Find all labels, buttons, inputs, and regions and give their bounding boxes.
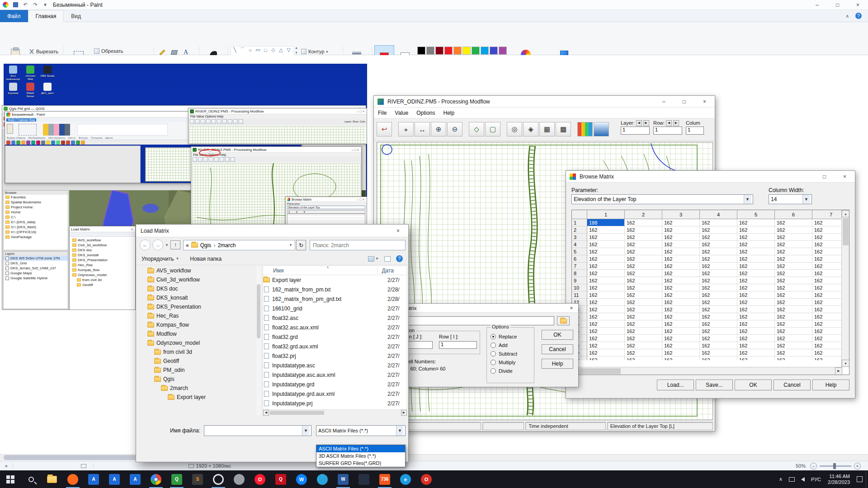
- assign-value-button[interactable]: +: [398, 122, 414, 136]
- folder-tree-item[interactable]: DKS_konsalt: [138, 293, 255, 302]
- browse-matrix-titlebar[interactable]: Browse Matrix □ ×: [566, 171, 855, 183]
- matrix-cell[interactable]: 162: [662, 255, 700, 263]
- diamond-grid-button[interactable]: ◈: [523, 122, 538, 136]
- matrix-cell[interactable]: 162: [700, 313, 737, 320]
- matrix-row-header[interactable]: 2: [572, 226, 587, 234]
- taskbar-item-qgis[interactable]: Q: [166, 470, 187, 488]
- matrix-cell[interactable]: 162: [662, 291, 700, 299]
- zoom-in-icon[interactable]: +: [854, 463, 861, 469]
- taskbar-item-telegram[interactable]: [312, 470, 333, 488]
- matrix-cell[interactable]: 162: [662, 219, 700, 226]
- taskbar-item-word[interactable]: W: [333, 470, 354, 488]
- matrix-row-header[interactable]: 8: [572, 270, 587, 277]
- palette-color[interactable]: [472, 47, 480, 55]
- mini-modflow1-menubar[interactable]: File Value Options Help: [189, 114, 367, 118]
- tree-scrollbar[interactable]: [256, 266, 261, 415]
- chevron-down-icon[interactable]: ▼: [744, 195, 751, 204]
- matrix-row-header[interactable]: 3: [572, 234, 587, 241]
- matrix-cell[interactable]: 162: [775, 248, 812, 255]
- undo-icon[interactable]: ↶: [22, 2, 28, 8]
- file-list-item[interactable]: 166100_grid2/27/: [263, 304, 406, 313]
- file-list-item[interactable]: Inputdatatype.prj2/27/: [263, 399, 406, 408]
- target-cell-button[interactable]: ◎: [507, 122, 522, 136]
- mini-load-matrix-titlebar[interactable]: Load Matrix×: [70, 226, 135, 232]
- matrix-cell[interactable]: 162: [625, 357, 662, 360]
- matrix-cell[interactable]: 162: [700, 349, 737, 357]
- palette-color[interactable]: [462, 47, 471, 55]
- mini-modflow1-titlebar[interactable]: RIVER_ODINZ.PM5 - Processing Modflow–□×: [189, 108, 367, 114]
- mini-toolbar-icon[interactable]: [71, 141, 75, 145]
- matrix-cell[interactable]: 188: [587, 219, 625, 226]
- matrix-cell[interactable]: 162: [625, 277, 662, 284]
- matrix-cell[interactable]: 162: [737, 270, 775, 277]
- scroll-up-icon[interactable]: ▲: [842, 210, 849, 217]
- modflow-titlebar[interactable]: RIVER_ODINZ.PM5 - Processing Modflow – □…: [374, 96, 715, 108]
- matrix-cell[interactable]: 162: [625, 328, 662, 335]
- filetype-combobox[interactable]: ASCII Matrix Files (*.*)▼: [316, 425, 406, 436]
- file-list-item[interactable]: float32.asc.aux.xml2/27/: [263, 323, 406, 332]
- matrix-cell[interactable]: 162: [625, 291, 662, 299]
- taskbar-item-app-q-red[interactable]: Q: [270, 470, 291, 488]
- matrix-cell[interactable]: 162: [775, 342, 812, 349]
- desktop-icon[interactable]: Этот компьютер: [5, 66, 21, 81]
- matrix-cell[interactable]: 162: [737, 291, 775, 299]
- matrix-row-header[interactable]: 7: [572, 263, 587, 270]
- matrix-cell[interactable]: 162: [737, 277, 775, 284]
- matrix-row-header[interactable]: 4: [572, 241, 587, 248]
- matrix-cell[interactable]: 162: [587, 313, 625, 320]
- show-desktop-button[interactable]: [866, 470, 868, 488]
- mini-toolbar-icon[interactable]: [6, 141, 10, 145]
- tab-view[interactable]: Вид: [64, 10, 88, 22]
- matrix-cell[interactable]: 162: [625, 263, 662, 270]
- column-value-input[interactable]: 1: [686, 127, 704, 135]
- matrix-cell[interactable]: 162: [587, 306, 625, 313]
- mini-tree-item[interactable]: Kompas_flow: [71, 267, 134, 272]
- matrix-cell[interactable]: 162: [625, 248, 662, 255]
- folder-tree-item[interactable]: Kompas_flow: [138, 320, 255, 329]
- cancel-button[interactable]: Cancel: [774, 380, 811, 390]
- radio-subtract[interactable]: Subtract: [491, 349, 530, 358]
- matrix-cell[interactable]: 162: [662, 306, 700, 313]
- select-rect-button[interactable]: ▢: [485, 122, 500, 136]
- matrix-cell[interactable]: 162: [737, 313, 775, 320]
- desktop-icon[interactable]: uTorrent Web: [23, 66, 38, 81]
- taskbar-item-app-red-o[interactable]: O: [416, 470, 437, 488]
- layer-item[interactable]: Google Satellite Hybrid: [4, 276, 68, 281]
- matrix-cell[interactable]: 162: [625, 349, 662, 357]
- mini-tree-item[interactable]: Geotiff: [71, 282, 134, 287]
- clock[interactable]: 11:46 AM 2/28/2023: [828, 474, 850, 485]
- matrix-cell[interactable]: 162: [700, 219, 737, 226]
- search-input[interactable]: Поиск: 2march: [310, 240, 406, 250]
- pan-button[interactable]: ↔: [415, 122, 430, 136]
- tray-expand-icon[interactable]: ∧: [779, 476, 783, 482]
- matrix-cell[interactable]: 162: [775, 357, 812, 360]
- matrix-cell[interactable]: 162: [775, 277, 812, 284]
- mini-tree-item[interactable]: DKS_konsalt: [71, 253, 134, 258]
- file-list-item[interactable]: float32.grd2/27/: [263, 332, 406, 342]
- language-indicator[interactable]: РУС: [811, 477, 821, 482]
- folder-tree-item[interactable]: AVS_workflow: [138, 266, 255, 275]
- matrix-cell[interactable]: 162: [662, 226, 700, 234]
- matrix-cell[interactable]: 162: [587, 320, 625, 328]
- matrix-cell[interactable]: 162: [700, 248, 737, 255]
- file-list-item[interactable]: float32.prj2/27/: [263, 351, 406, 361]
- menu-help[interactable]: Help: [439, 108, 459, 118]
- pm-ok-button[interactable]: OK: [542, 330, 573, 340]
- matrix-cell[interactable]: 162: [775, 328, 812, 335]
- crop-button[interactable]: Обрезать: [94, 47, 123, 55]
- file-list-hscrollbar[interactable]: ◀ ▶: [263, 409, 407, 415]
- matrix-cell[interactable]: 162: [625, 320, 662, 328]
- folder-tree-item[interactable]: Odynzowo_model: [138, 338, 255, 347]
- file-list-item[interactable]: Export layer2/27/: [263, 275, 406, 285]
- mini-tree-item[interactable]: DKS_Presentation: [71, 258, 134, 263]
- taskbar-item-search-button[interactable]: [21, 470, 42, 488]
- mini-parameter-combo[interactable]: Elevation of the Layer Top: [287, 206, 365, 209]
- select-polygon-button[interactable]: ◇: [469, 122, 484, 136]
- matrix-cell[interactable]: 162: [587, 277, 625, 284]
- matrix-cell[interactable]: 162: [587, 226, 625, 234]
- matrix-column-header[interactable]: 4: [700, 210, 737, 219]
- matrix-hscrollbar[interactable]: ◀ ▶: [572, 367, 842, 375]
- matrix-cell[interactable]: 162: [700, 241, 737, 248]
- dense-grid-button[interactable]: ▩: [556, 122, 571, 136]
- layer-item[interactable]: Google Maps: [4, 271, 68, 276]
